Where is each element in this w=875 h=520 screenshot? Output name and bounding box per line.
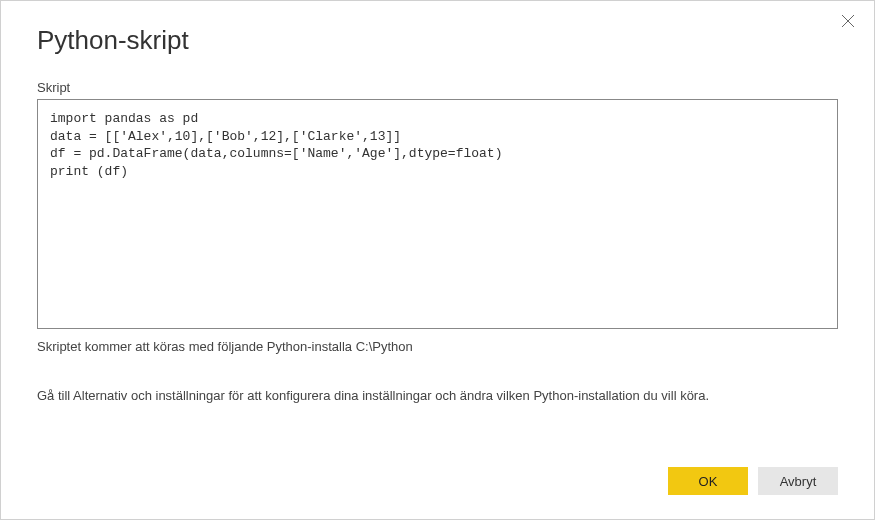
cancel-button[interactable]: Avbryt (758, 467, 838, 495)
close-icon (841, 14, 855, 32)
script-label: Skript (37, 80, 838, 95)
dialog-title: Python-skript (37, 25, 838, 56)
python-script-dialog: Python-skript Skript Skriptet kommer att… (1, 1, 874, 519)
close-button[interactable] (836, 11, 860, 35)
install-info-text: Skriptet kommer att köras med följande P… (37, 339, 838, 354)
help-text: Gå till Alternativ och inställningar för… (37, 388, 838, 403)
ok-button[interactable]: OK (668, 467, 748, 495)
dialog-button-row: OK Avbryt (37, 467, 838, 495)
script-input[interactable] (37, 99, 838, 329)
